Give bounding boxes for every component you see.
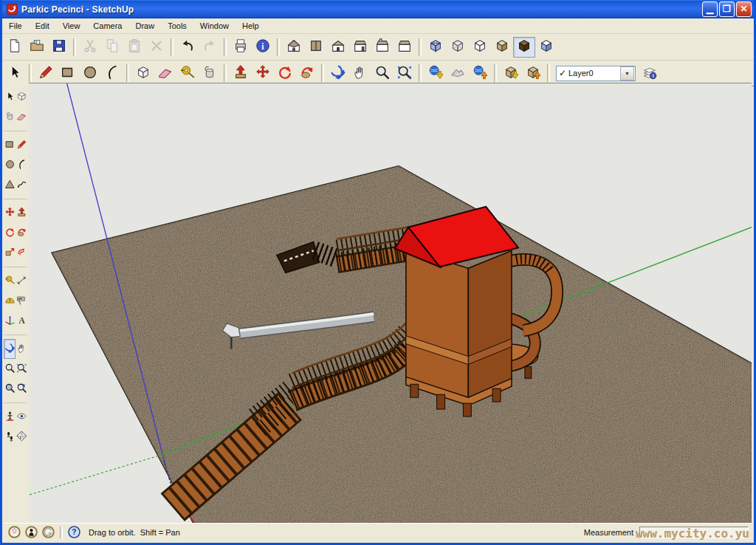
measurement-field[interactable] (639, 527, 749, 538)
tool-push-pull-button[interactable] (16, 203, 27, 223)
view-front-button[interactable] (327, 37, 349, 58)
tool-polygon-button[interactable] (4, 175, 16, 195)
tool-follow-me-button[interactable] (16, 223, 27, 243)
tool-rectangle-button[interactable] (4, 135, 16, 155)
dropdown-arrow-icon[interactable]: ▼ (620, 66, 634, 80)
tool-orbit-button[interactable] (4, 339, 16, 359)
viewport-3d[interactable] (29, 83, 752, 524)
cut-button[interactable] (79, 37, 101, 58)
new-button[interactable] (4, 37, 26, 58)
tool-scale-button[interactable] (4, 243, 16, 263)
tool-protractor-button[interactable] (4, 291, 16, 311)
get-current-view-button[interactable] (425, 63, 447, 83)
tool-3d-text-button[interactable]: A (16, 311, 27, 331)
help-icon[interactable]: ? (67, 525, 81, 539)
layer-manager-button[interactable]: i (639, 63, 661, 83)
tool-pan-button[interactable] (16, 339, 27, 359)
tool-move-button[interactable] (4, 203, 16, 223)
xray-button[interactable] (425, 37, 447, 58)
move-button[interactable] (252, 63, 274, 83)
tool-previous-view-button[interactable] (16, 379, 27, 399)
tool-arc-button[interactable] (16, 155, 27, 175)
hidden-line-button[interactable] (469, 37, 491, 58)
tool-look-around-button[interactable] (16, 407, 27, 427)
tool-walk-button[interactable] (4, 427, 16, 447)
view-left-button[interactable] (394, 37, 416, 58)
menu-file[interactable]: File (2, 19, 29, 32)
menu-camera[interactable]: Camera (86, 19, 128, 32)
toggle-terrain-button[interactable] (447, 63, 469, 83)
tool-select-button[interactable] (4, 87, 16, 107)
tool-rotate-button[interactable] (4, 223, 16, 243)
tool-freehand-button[interactable] (16, 175, 27, 195)
status-credit-icon[interactable] (41, 525, 55, 539)
view-back-button[interactable] (371, 37, 394, 58)
tool-paint-bucket-button[interactable] (4, 107, 16, 127)
rotate-button[interactable] (274, 63, 296, 83)
shaded-button[interactable] (491, 37, 513, 58)
undo-button[interactable] (176, 37, 199, 58)
erase-button[interactable] (145, 37, 168, 58)
tool-eraser-button[interactable] (16, 107, 27, 127)
tool-tape-measure-button[interactable] (4, 271, 16, 291)
line-button[interactable] (35, 63, 57, 83)
tool-make-component-button[interactable] (16, 87, 27, 107)
view-top-button[interactable] (305, 37, 327, 58)
select-button[interactable] (4, 63, 26, 83)
close-button[interactable]: ✕ (736, 1, 752, 17)
share-model-button[interactable] (522, 63, 544, 83)
model-info-button[interactable]: i (252, 37, 274, 58)
tool-dimension-button[interactable] (16, 271, 27, 291)
paste-button[interactable] (123, 37, 145, 58)
menu-draw[interactable]: Draw (128, 19, 161, 32)
open-button[interactable] (26, 37, 48, 58)
zoom-button[interactable] (371, 63, 394, 83)
menu-edit[interactable]: Edit (29, 19, 56, 32)
follow-me-button[interactable] (296, 63, 318, 83)
eraser-button[interactable] (154, 63, 176, 83)
restore-button[interactable]: ❐ (719, 1, 735, 17)
shaded-textures-button[interactable] (513, 37, 535, 58)
arc-button[interactable] (101, 63, 123, 83)
tool-text-button[interactable]: ABC (16, 291, 27, 311)
place-model-button[interactable] (469, 63, 491, 83)
menu-window[interactable]: Window (193, 19, 236, 32)
push-pull-button[interactable] (230, 63, 252, 83)
status-person-icon[interactable] (24, 525, 38, 539)
tool-axes-button[interactable] (4, 311, 16, 331)
tool-line-button[interactable] (16, 135, 27, 155)
copy-button[interactable] (101, 37, 123, 58)
tool-zoom-window-button[interactable] (4, 379, 16, 399)
tool-section-plane-button[interactable]: CA-5 (16, 427, 27, 447)
tape-measure-button[interactable] (176, 63, 199, 83)
monochrome-button[interactable] (535, 37, 557, 58)
tool-zoom-button[interactable] (4, 359, 16, 379)
tool-circle-button[interactable] (4, 155, 16, 175)
menu-help[interactable]: Help (236, 19, 266, 32)
status-bulb-icon[interactable] (7, 525, 21, 539)
get-models-icon (503, 64, 519, 83)
menu-tools[interactable]: Tools (161, 19, 193, 32)
get-models-button[interactable] (500, 63, 522, 83)
view-right-button[interactable] (349, 37, 371, 58)
zoom-extents-button[interactable] (394, 63, 416, 83)
circle-button[interactable] (79, 63, 101, 83)
tool-position-camera-button[interactable] (4, 407, 16, 427)
redo-button[interactable] (199, 37, 221, 58)
rectangle-button[interactable] (57, 63, 79, 83)
paint-bucket-button[interactable] (199, 63, 221, 83)
tool-offset-button[interactable] (16, 243, 27, 263)
print-icon (233, 38, 249, 56)
print-button[interactable] (230, 37, 252, 58)
pan-button[interactable] (349, 63, 371, 83)
make-component-button[interactable] (132, 63, 154, 83)
layers-manager-icon: i (642, 64, 658, 83)
layer-dropdown[interactable]: ✓Layer0▼ (556, 66, 636, 81)
tool-zoom-extents-button[interactable] (16, 359, 27, 379)
wireframe-button[interactable] (447, 37, 469, 58)
view-iso-button[interactable] (283, 37, 305, 58)
save-button[interactable] (48, 37, 70, 58)
minimize-button[interactable]: ▁ (702, 1, 718, 17)
orbit-button[interactable] (327, 63, 349, 83)
menu-view[interactable]: View (56, 19, 87, 32)
